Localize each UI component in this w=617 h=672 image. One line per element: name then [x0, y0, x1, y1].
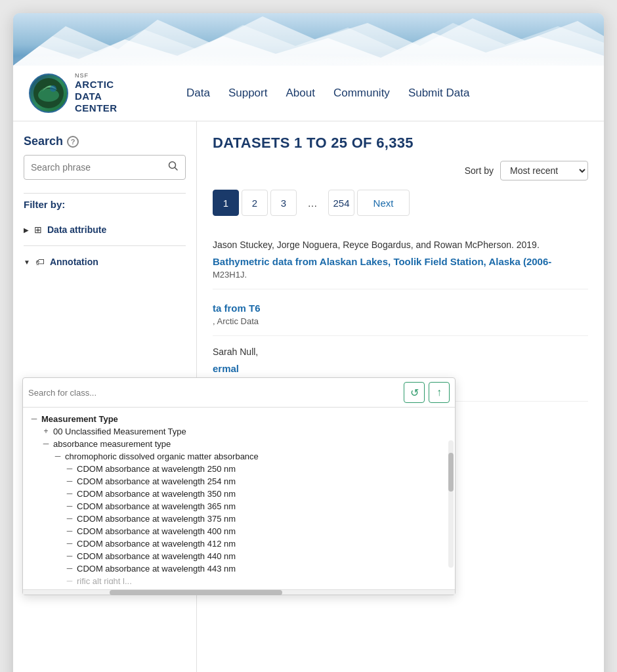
upload-icon: ↑ — [436, 387, 442, 398]
horizontal-scrollbar — [23, 589, 455, 595]
page-ellipsis: … — [299, 190, 326, 216]
next-button[interactable]: Next — [357, 190, 410, 216]
tree-toggle-chromophoric: ─ — [53, 452, 62, 461]
tree-label-cdom250: CDOM absorbance at wavelength 250 nm — [77, 464, 236, 474]
filter-data-attribute[interactable]: ▶ ⊞ Data attribute — [24, 219, 186, 240]
upload-button[interactable]: ↑ — [429, 382, 450, 403]
logo-area: NSF Arctic Data Center — [29, 72, 160, 114]
tree-label-unclassified: 00 Unclassified Measurement Type — [53, 427, 186, 436]
panel-search-row: ↺ ↑ — [23, 378, 455, 408]
tree-toggle-cdom350: ─ — [65, 489, 74, 498]
tree-row-cdom254[interactable]: ─ CDOM absorbance at wavelength 254 nm — [30, 475, 448, 488]
nav-data[interactable]: Data — [186, 87, 210, 100]
sort-select[interactable]: Most recent Oldest Relevance — [500, 161, 588, 180]
tree-row-cdom412[interactable]: ─ CDOM absorbance at wavelength 412 nm — [30, 537, 448, 550]
svg-point-6 — [50, 85, 56, 92]
svg-marker-3 — [13, 33, 604, 66]
tree-label-chromophoric: chromophoric dissolved organic matter ab… — [65, 452, 259, 461]
horizontal-thumb — [110, 590, 282, 595]
tree-row-cdom375[interactable]: ─ CDOM absorbance at wavelength 375 nm — [30, 513, 448, 525]
tree-row-more[interactable]: ─ rific alt right l... — [30, 575, 448, 584]
reset-icon: ↺ — [410, 387, 419, 399]
filter-annotation[interactable]: ▼ 🏷 Annotation — [24, 251, 186, 272]
divider — [24, 193, 186, 194]
tree-toggle-cdom250: ─ — [65, 464, 74, 473]
tree-row-cdom400[interactable]: ─ CDOM absorbance at wavelength 400 nm — [30, 525, 448, 537]
annotation-search-input[interactable] — [28, 388, 400, 398]
tree-label-cdom254: CDOM absorbance at wavelength 254 nm — [77, 476, 236, 486]
tag-icon: 🏷 — [35, 257, 45, 267]
tree-toggle-cdom440: ─ — [65, 551, 74, 560]
nsf-label: NSF — [75, 72, 117, 79]
expand-arrow-annotation: ▼ — [24, 259, 30, 266]
pagination: 1 2 3 … 254 Next — [213, 190, 588, 216]
sort-label: Sort by — [465, 165, 494, 176]
tree-label-absorbance: absorbance measurement type — [53, 439, 171, 449]
result-id-1: M23H1J. — [213, 270, 588, 280]
main-nav: Data Support About Community Submit Data — [186, 87, 469, 100]
nav-about[interactable]: About — [286, 87, 314, 100]
page-btn-254[interactable]: 254 — [328, 190, 354, 216]
tree-toggle-cdom254: ─ — [65, 476, 74, 486]
tree-area: ─ Measurement Type + 00 Unclassified Mea… — [23, 408, 455, 589]
tree-row-chromophoric[interactable]: ─ chromophoric dissolved organic matter … — [30, 450, 448, 463]
tree-toggle-cdom443: ─ — [65, 564, 74, 573]
search-input[interactable] — [24, 157, 161, 178]
tree-label-cdom365: CDOM absorbance at wavelength 365 nm — [77, 501, 236, 511]
hero-banner — [13, 13, 604, 66]
nav-community[interactable]: Community — [333, 87, 390, 100]
filter-annotation-label: Annotation — [50, 257, 98, 267]
tree-toggle-unclassified: + — [41, 427, 51, 436]
result-title-1[interactable]: Bathymetric data from Alaskan Lakes, Too… — [213, 256, 551, 267]
page-btn-2[interactable]: 2 — [242, 190, 268, 216]
tree-toggle-more: ─ — [65, 576, 74, 584]
annotation-panel: ↺ ↑ ─ Measurement Type — [22, 377, 456, 595]
tree-row-cdom350[interactable]: ─ CDOM absorbance at wavelength 350 nm — [30, 488, 448, 500]
result-card-1: Jason Stuckey, Jorge Noguera, Reyce Boga… — [213, 229, 588, 289]
result-card-2: ta from T6 , Arctic Data — [213, 289, 588, 336]
tree-row-root[interactable]: ─ Measurement Type — [30, 413, 448, 425]
nav-support[interactable]: Support — [228, 87, 268, 100]
help-icon[interactable]: ? — [67, 136, 79, 148]
tree-row-cdom365[interactable]: ─ CDOM absorbance at wavelength 365 nm — [30, 500, 448, 513]
result-title-3[interactable]: ermal — [213, 363, 239, 374]
tree-row-unclassified[interactable]: + 00 Unclassified Measurement Type — [30, 425, 448, 438]
page-btn-1[interactable]: 1 — [213, 190, 239, 216]
tree-toggle-cdom375: ─ — [65, 514, 74, 523]
search-button[interactable] — [161, 156, 185, 179]
tree-label-cdom440: CDOM absorbance at wavelength 440 nm — [77, 551, 236, 561]
tree-label-cdom412: CDOM absorbance at wavelength 412 nm — [77, 539, 236, 549]
site-header: NSF Arctic Data Center Data Support Abou… — [13, 66, 604, 121]
nav-submit[interactable]: Submit Data — [408, 87, 470, 100]
search-label: Search ? — [24, 135, 186, 148]
results-header: DATASETS 1 TO 25 OF 6,335 — [213, 135, 588, 152]
scroll-thumb — [448, 453, 454, 491]
tree-label-root: Measurement Type — [41, 414, 118, 424]
logo-title: Arctic Data Center — [75, 79, 117, 114]
tree-toggle-absorbance: ─ — [41, 439, 51, 448]
tree-toggle-cdom400: ─ — [65, 526, 74, 536]
svg-line-8 — [175, 168, 178, 171]
expand-arrow-data-attribute: ▶ — [24, 226, 29, 234]
tree-row-cdom250[interactable]: ─ CDOM absorbance at wavelength 250 nm — [30, 463, 448, 475]
logo-icon — [29, 74, 68, 113]
grid-icon: ⊞ — [34, 224, 42, 235]
tree-label-more: rific alt right l... — [77, 576, 132, 584]
tree-row-absorbance[interactable]: ─ absorbance measurement type — [30, 438, 448, 450]
tree-label-cdom400: CDOM absorbance at wavelength 400 nm — [77, 526, 236, 536]
tree-label-cdom350: CDOM absorbance at wavelength 350 nm — [77, 489, 236, 499]
scroll-track — [448, 440, 454, 568]
tree-row-cdom443[interactable]: ─ CDOM absorbance at wavelength 443 nm — [30, 562, 448, 575]
result-authors-1: Jason Stuckey, Jorge Noguera, Reyce Boga… — [213, 238, 588, 252]
filter-data-attribute-label: Data attribute — [47, 224, 106, 235]
tree-row-cdom440[interactable]: ─ CDOM absorbance at wavelength 440 nm — [30, 550, 448, 562]
logo-text: NSF Arctic Data Center — [75, 72, 117, 114]
divider2 — [24, 245, 186, 246]
panel-scroll-area: ─ Measurement Type + 00 Unclassified Mea… — [23, 408, 455, 589]
search-box — [24, 155, 186, 180]
page-btn-3[interactable]: 3 — [270, 190, 297, 216]
result-title-2[interactable]: ta from T6 — [213, 303, 261, 314]
filter-label: Filter by: — [24, 199, 186, 210]
result-source-2: , Arctic Data — [213, 316, 588, 326]
reset-button[interactable]: ↺ — [404, 382, 425, 403]
